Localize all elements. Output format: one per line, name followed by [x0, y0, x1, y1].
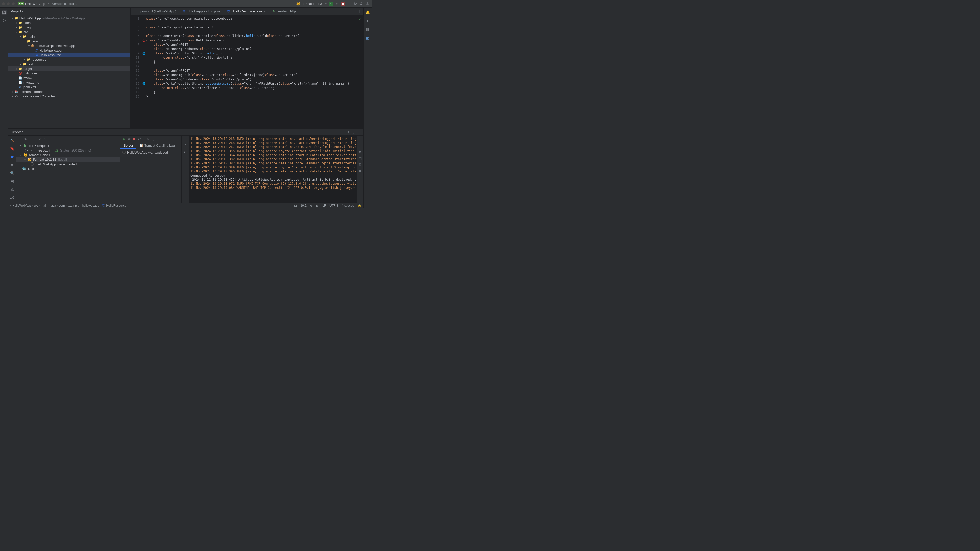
srv-rest-api[interactable]: POST rest-api | #2 Status: 200 (297 ms)	[16, 148, 120, 152]
tab-options-icon[interactable]: ⋮	[355, 8, 363, 15]
tree-node-mvnwcmd[interactable]: 📄mvnw.cmd	[8, 80, 130, 85]
breadcrumbs[interactable]: HelloWebApp›src›main›java›com›example›he…	[12, 203, 126, 208]
tree-node-helloapplication[interactable]: ⒸHelloApplication	[8, 48, 130, 52]
tree-node-pom[interactable]: mpom.xml	[8, 85, 130, 89]
database-tool-icon[interactable]: 🗄	[365, 27, 370, 32]
tree-node-mvnw[interactable]: 📄mvnw	[8, 76, 130, 80]
up-icon[interactable]: ↑	[359, 137, 361, 141]
down-icon[interactable]: ↓	[359, 144, 361, 148]
dump-threads-icon[interactable]: ⎘	[147, 137, 149, 141]
srv-tomcat-server[interactable]: ▾🐱Tomcat Server	[16, 152, 120, 157]
tree-node-java[interactable]: ▾📁java	[8, 39, 130, 43]
scroll-to-end-icon[interactable]: ⤓	[184, 156, 186, 160]
services-icon[interactable]: ⬣	[10, 154, 15, 159]
vcs-icon[interactable]: ⎇	[10, 195, 15, 200]
add-service-icon[interactable]: ＋	[18, 137, 22, 141]
stop-button[interactable]	[341, 2, 345, 6]
ai-icon[interactable]: ⊚	[310, 204, 313, 207]
tree-node-src[interactable]: ▾📁src	[8, 30, 130, 34]
line-separator[interactable]: LF	[322, 204, 326, 207]
problems-icon[interactable]: ⚠	[10, 187, 15, 192]
srv-war-artifact[interactable]: HelloWebApp:war exploded	[16, 162, 120, 166]
terminal-icon[interactable]: ▣	[10, 179, 15, 184]
tree-node-target[interactable]: ▸📁target	[8, 66, 130, 71]
file-encoding[interactable]: UTF-8	[329, 204, 338, 207]
services-tree[interactable]: ▾⇅HTTP Request POST rest-api | #2 Status…	[16, 142, 120, 203]
ai-assistant-icon[interactable]: ✦	[365, 18, 370, 24]
minimize-icon[interactable]: —	[358, 130, 361, 134]
structure-tool-icon[interactable]	[2, 18, 6, 24]
services-more-icon[interactable]: ⋮	[352, 130, 355, 134]
debug-button[interactable]	[335, 2, 339, 6]
clear-icon[interactable]: 🗑	[358, 169, 362, 173]
console-output[interactable]: 11-Nov-2024 13:29:18.263 INFO [main] org…	[189, 136, 356, 203]
stop-icon[interactable]: ■	[133, 137, 135, 141]
tab-rest-api[interactable]: ⇅rest-api.http	[269, 8, 299, 15]
close-dot[interactable]	[2, 2, 5, 5]
project-dropdown-icon[interactable]: ▾	[48, 3, 49, 5]
analysis-ok-icon[interactable]: ✓	[359, 17, 361, 21]
more-actions-icon[interactable]: ⋮	[347, 2, 351, 6]
catalina-log-tab[interactable]: 📋Tomcat Catalina Log	[136, 142, 178, 149]
endpoint-icon[interactable]: 🌐	[142, 51, 146, 56]
tree-node-gitignore[interactable]: 🚫.gitignore	[8, 71, 130, 76]
code-content[interactable]: class="c-kw">package com.example.hellowe…	[146, 15, 363, 128]
tree-node-ext-libs[interactable]: ▸📚External Libraries	[8, 89, 130, 94]
srv-tomcat-instance[interactable]: ▾🐱Tomcat 10.1.31[local]	[16, 157, 120, 162]
max-dot[interactable]	[12, 2, 14, 5]
tree-node-main[interactable]: ▾📁main	[8, 34, 130, 39]
print-icon[interactable]: 🖶	[358, 163, 362, 167]
tree-root[interactable]: ▾📁 HelloWebApp ~/IdeaProjects/HelloWebAp…	[8, 16, 130, 21]
readonly-icon[interactable]: 🔒	[358, 204, 361, 207]
collapse-icon[interactable]: ⤡	[44, 137, 47, 141]
window-controls[interactable]	[2, 2, 14, 5]
tree-node-resources[interactable]: ▸📁resources	[8, 57, 130, 62]
tab-helloresource[interactable]: ⒸHelloResource.java×	[223, 8, 269, 15]
layout-icon[interactable]: ▤	[359, 156, 362, 160]
scroll-top-icon[interactable]: ↑	[184, 137, 186, 141]
project-tool-icon[interactable]	[2, 10, 6, 15]
reader-mode-icon[interactable]: 🗀	[294, 204, 297, 207]
endpoint-icon[interactable]: 🌐	[142, 81, 146, 86]
rerun-icon[interactable]: ↻	[123, 137, 125, 141]
version-control-menu[interactable]: Version control ▾	[52, 2, 77, 6]
server-tab[interactable]: Server	[121, 142, 136, 149]
run-button[interactable]	[329, 2, 333, 6]
project-name[interactable]: HelloWebApp	[25, 2, 45, 6]
database-icon[interactable]: ≡	[10, 162, 15, 167]
indent-setting[interactable]: 4 spaces	[342, 204, 354, 207]
min-dot[interactable]	[7, 2, 10, 5]
view-mode-icon[interactable]: 👁	[24, 137, 27, 141]
tree-node-mvn[interactable]: ▸📁.mvn	[8, 25, 130, 30]
export-icon[interactable]: 🗎	[358, 150, 362, 154]
bookmarks-icon[interactable]: 🔖	[10, 146, 15, 151]
tree-node-helloresource[interactable]: ⒸHelloResource	[8, 52, 130, 57]
soft-wrap-icon[interactable]: ↩	[184, 150, 186, 154]
find-icon[interactable]: 🔍	[10, 170, 15, 176]
expand-icon[interactable]: ⤢	[39, 137, 41, 141]
srv-http-request[interactable]: ▾⇅HTTP Request	[16, 143, 120, 148]
tree-node-idea[interactable]: ▸📁.idea	[8, 21, 130, 25]
build-icon[interactable]: 🔨	[10, 138, 15, 143]
highlighting-icon[interactable]: ⊟	[316, 204, 319, 207]
tree-node-test[interactable]: ▸📁test	[8, 62, 130, 66]
no-usages-icon[interactable]: 🚫	[142, 38, 146, 42]
restart-icon[interactable]: ⭮	[138, 137, 141, 141]
srv-docker[interactable]: 🐳Docker	[16, 166, 120, 171]
tab-helloapplication[interactable]: ⒸHelloApplication.java	[180, 8, 224, 15]
search-icon[interactable]	[360, 2, 363, 6]
notifications-icon[interactable]: 🔔	[365, 10, 370, 15]
code-editor[interactable]: 12345678910111213141516171819 🚫 🌐 🌐 clas…	[130, 15, 363, 128]
filter-icon[interactable]: ⇅	[30, 137, 33, 141]
settings-icon[interactable]	[366, 2, 369, 6]
collaborate-icon[interactable]	[353, 2, 357, 6]
refresh-icon[interactable]: ⟳	[128, 137, 130, 141]
caret-position[interactable]: 19:2	[301, 204, 307, 207]
run-more-icon[interactable]: ⋮	[151, 137, 155, 141]
more-tool-icon[interactable]: ⋯	[2, 27, 6, 32]
close-icon[interactable]: ×	[263, 10, 265, 13]
focus-icon[interactable]: ⊙	[346, 130, 349, 134]
scroll-step-icon[interactable]: ⇡	[184, 144, 186, 148]
tree-node-scratches[interactable]: ▸🗂Scratches and Consoles	[8, 94, 130, 98]
project-panel-header[interactable]: Project ▾	[8, 8, 130, 15]
